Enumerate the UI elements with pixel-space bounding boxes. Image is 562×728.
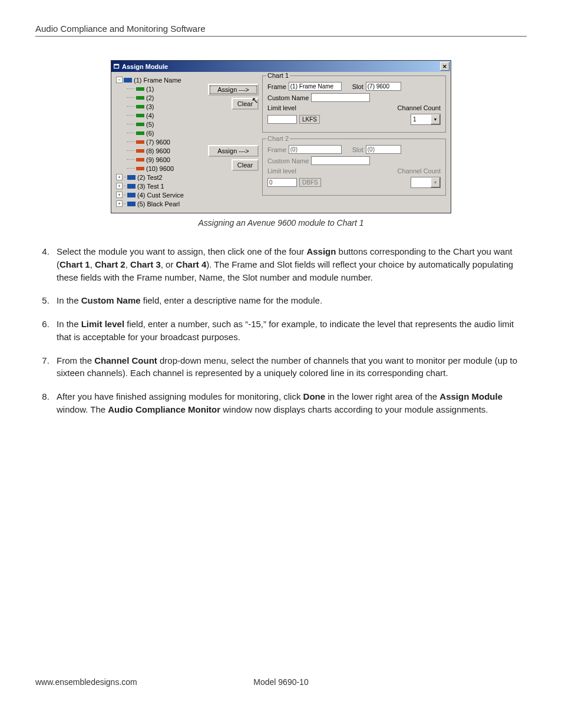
slot-icon	[136, 158, 144, 162]
figure-caption: Assigning an Avenue 9600 module to Chart…	[35, 218, 527, 228]
limit-level-label: Limit level	[267, 167, 296, 174]
assign-module-window: 🗔 Assign Module ✕ − (1) Frame Name (1) (…	[111, 60, 451, 213]
slot-icon	[136, 123, 144, 126]
step-4: Select the module you want to assign, th…	[52, 245, 527, 284]
tree-frame[interactable]: +(5) Black Pearl	[116, 199, 204, 208]
tree-frame[interactable]: +(2) Test2	[116, 173, 204, 182]
tree-label: (10) 9600	[146, 165, 174, 172]
channel-count-label: Channel Count	[398, 167, 441, 174]
chart1-slot-input[interactable]	[366, 82, 401, 91]
step-6: In the Limit level field, enter a number…	[52, 318, 527, 344]
tree-label: (9) 9600	[146, 156, 170, 163]
chart2-frame-input	[289, 145, 342, 154]
chart1-frame-input[interactable]	[289, 82, 342, 91]
page-header: Audio Compliance and Monitoring Software	[35, 24, 527, 37]
tree-label: (3)	[146, 103, 154, 110]
tree-label: (1) Frame Name	[134, 77, 181, 84]
slot-icon	[136, 96, 144, 100]
chart1-legend: Chart 1	[266, 72, 290, 79]
rack-icon	[127, 202, 135, 206]
step-8: After you have finished assigning module…	[52, 390, 527, 416]
window-title: Assign Module	[122, 63, 168, 70]
tree-slot[interactable]: (9) 9600	[116, 155, 204, 164]
chart2-custom-name-input	[311, 156, 370, 165]
collapse-icon[interactable]: −	[116, 77, 123, 83]
chart2-legend: Chart 2	[266, 135, 290, 142]
tree-slot[interactable]: (6)	[116, 129, 204, 137]
limit-level-label: Limit level	[267, 104, 296, 111]
tree-label: (3) Test 1	[137, 183, 164, 190]
chart1-limit-input[interactable]	[267, 115, 297, 124]
frame-label: Frame	[267, 83, 286, 90]
chart2-slot-input	[366, 145, 401, 154]
tree-slot[interactable]: (2)	[116, 93, 204, 102]
step-7: From the Channel Count drop-down menu, s…	[52, 354, 527, 380]
expand-icon[interactable]: +	[116, 200, 123, 207]
tree-label: (8) 9600	[146, 147, 170, 154]
rack-icon	[127, 193, 135, 197]
assign-buttons-chart1: Assign ---> ↖ Clear Assign ---> Clear	[208, 75, 259, 208]
slot-label: Slot	[352, 83, 363, 90]
tree-slot[interactable]: (5)	[116, 120, 204, 129]
tree-label: (5)	[146, 121, 154, 128]
tree-label: (1)	[146, 85, 154, 93]
chart2-limit-input	[267, 178, 297, 187]
channel-count-label: Channel Count	[398, 104, 441, 111]
frame-label: Frame	[267, 146, 286, 153]
slot-icon	[136, 87, 144, 91]
custom-name-label: Custom Name	[267, 94, 309, 101]
select-value: 1	[413, 116, 431, 123]
slot-icon	[136, 167, 144, 170]
slot-icon	[136, 149, 144, 153]
tree-label: (4) Cust Service	[137, 192, 184, 199]
close-button[interactable]: ✕	[440, 62, 449, 71]
module-tree[interactable]: − (1) Frame Name (1) (2) (3) (4) (5) (6)…	[116, 75, 204, 208]
slot-icon	[136, 105, 144, 108]
slot-icon	[136, 140, 144, 144]
slot-icon	[136, 114, 144, 117]
app-icon: 🗔	[114, 63, 120, 70]
step-5: In the Custom Name field, enter a descri…	[52, 294, 527, 307]
chart1-channel-count-select[interactable]: 1 ▼	[411, 114, 441, 125]
chart2-fieldset: Chart 2 Frame Slot Custom Name Limit lev…	[262, 139, 446, 196]
tree-label: (2)	[146, 94, 154, 101]
chart1-custom-name-input[interactable]	[311, 93, 370, 102]
slot-label: Slot	[352, 146, 363, 153]
tree-slot[interactable]: (8) 9600	[116, 146, 204, 155]
clear-button-chart2[interactable]: Clear	[232, 159, 259, 171]
tree-label: (6)	[146, 130, 154, 137]
chart2-unit-label: DBFS	[299, 178, 321, 187]
assign-button-chart2[interactable]: Assign --->	[208, 145, 259, 157]
chevron-down-icon: ▼	[431, 114, 440, 124]
tree-frame[interactable]: +(3) Test 1	[116, 182, 204, 190]
rack-icon	[124, 78, 132, 83]
tree-frame-root[interactable]: − (1) Frame Name	[116, 75, 204, 84]
page-footer: www.ensembledesigns.com Model 9690-10	[35, 677, 527, 687]
screenshot-container: 🗔 Assign Module ✕ − (1) Frame Name (1) (…	[35, 60, 527, 213]
tree-label: (4)	[146, 112, 154, 119]
custom-name-label: Custom Name	[267, 157, 309, 164]
tree-slot[interactable]: (3)	[116, 102, 204, 111]
chart1-fieldset: Chart 1 Frame Slot Custom Name Limit lev…	[262, 75, 446, 133]
assign-button-chart1[interactable]: Assign --->	[208, 84, 259, 95]
slot-icon	[136, 131, 144, 135]
tree-label: (5) Black Pearl	[137, 200, 180, 207]
expand-icon[interactable]: +	[116, 183, 123, 189]
rack-icon	[127, 175, 135, 180]
chevron-down-icon: ▼	[431, 177, 440, 187]
tree-slot[interactable]: (10) 9600	[116, 164, 204, 173]
instruction-list: Select the module you want to assign, th…	[35, 245, 527, 416]
tree-slot[interactable]: (4)	[116, 111, 204, 120]
expand-icon[interactable]: +	[116, 192, 123, 198]
expand-icon[interactable]: +	[116, 174, 123, 180]
tree-frame[interactable]: +(4) Cust Service	[116, 190, 204, 199]
chart2-channel-count-select: ▼	[411, 177, 441, 188]
rack-icon	[127, 184, 135, 189]
clear-button-chart1[interactable]: Clear	[232, 98, 259, 110]
tree-slot[interactable]: (1)	[116, 84, 204, 93]
window-titlebar: 🗔 Assign Module ✕	[111, 61, 451, 72]
footer-model: Model 9690-10	[35, 677, 527, 687]
tree-slot[interactable]: (7) 9600	[116, 137, 204, 146]
chart1-unit-label: LKFS	[299, 115, 320, 124]
tree-label: (7) 9600	[146, 139, 170, 146]
